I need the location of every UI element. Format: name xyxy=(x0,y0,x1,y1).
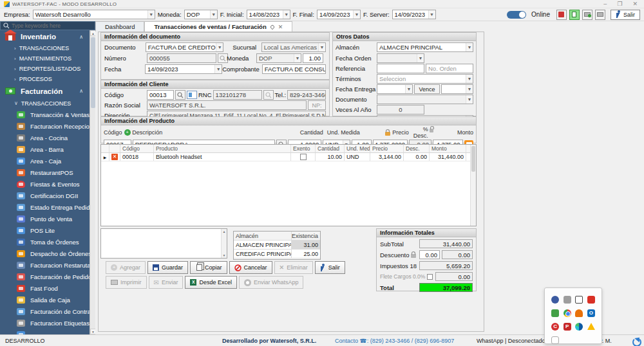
np-button[interactable]: NP: xyxy=(308,100,326,110)
scroll-thumb[interactable] xyxy=(471,146,475,172)
comprobante-combobox[interactable]: FACTURA DE CONSUMO▼ xyxy=(262,64,326,74)
salir-top-button[interactable]: Salir xyxy=(611,10,640,20)
documento-otros-combobox[interactable]: ▼ xyxy=(377,95,473,104)
flete-checkbox[interactable] xyxy=(427,274,433,280)
sidebar-item-area-barra[interactable]: Area - Barra xyxy=(0,143,90,155)
tray-drive-icon[interactable] xyxy=(587,323,595,330)
numero-field[interactable]: 000055 xyxy=(147,53,216,63)
tray-chrome-icon[interactable] xyxy=(564,309,571,317)
almacen-combobox[interactable]: ALMACEN PRINCIPAL▼ xyxy=(377,42,473,52)
sidebar-item-certificacion-dgii[interactable]: Certificacion DGII xyxy=(0,190,90,201)
eliminar-button[interactable]: ✕Eliminar xyxy=(274,261,313,274)
vence-picker[interactable]: ▼ xyxy=(441,84,473,94)
notes-scrollbar[interactable]: ▲▼ xyxy=(221,229,227,258)
online-toggle[interactable] xyxy=(507,11,526,19)
document-mode-button[interactable] xyxy=(569,10,580,20)
minimize-button[interactable]: – xyxy=(603,1,607,7)
sidebar-item-transaccion-ventas[interactable]: Transacción & Ventas xyxy=(0,109,90,120)
refresh-icon[interactable] xyxy=(632,338,641,346)
sidebar-item-area-cocina[interactable]: Area - Cocina xyxy=(0,132,90,143)
tray-edge-icon[interactable] xyxy=(575,323,583,331)
fecha-final-picker[interactable]: 14/09/2023▼ xyxy=(317,10,361,19)
sidebar-search[interactable] xyxy=(0,21,95,30)
calculator-button[interactable] xyxy=(556,10,567,20)
maximize-button[interactable]: ❐ xyxy=(617,1,622,7)
grid-scrollbar[interactable] xyxy=(470,145,476,226)
desde-excel-button[interactable]: XDesde Excel xyxy=(185,276,237,289)
cell-codigo[interactable]: 00018 xyxy=(120,153,154,161)
rnc-field[interactable]: 132101278 xyxy=(213,90,262,100)
print-preview-button[interactable] xyxy=(582,10,592,20)
col-precio[interactable]: Precio xyxy=(370,145,404,152)
tray-app-icon[interactable] xyxy=(551,296,559,304)
veces-field[interactable]: 0 xyxy=(377,105,424,114)
table-row[interactable]: CREDIFAC PRINCIPAL 25.00 xyxy=(234,250,320,259)
rnc-search-button[interactable] xyxy=(263,90,274,100)
delete-row-cell[interactable]: ✕ xyxy=(109,153,120,161)
exento-checkbox[interactable] xyxy=(300,154,307,160)
tray-p-icon[interactable]: P xyxy=(564,323,571,331)
col-desc[interactable]: Desc. xyxy=(404,145,430,152)
scroll-down-icon[interactable]: ▼ xyxy=(222,253,227,258)
cliente-search-button[interactable] xyxy=(175,90,185,100)
sidebar-item-restaurantpos[interactable]: RestaurantPOS xyxy=(0,167,90,178)
tray-clipboard-icon[interactable] xyxy=(551,336,559,344)
table-row[interactable]: ▶ ✕ 00018 Bluetooh Headset 10.00 UND 3,1… xyxy=(101,153,476,161)
sidebar-item-toma-ordenes[interactable]: Toma de Órdenes xyxy=(0,236,90,248)
print-button[interactable] xyxy=(595,10,605,20)
tray-key-icon[interactable] xyxy=(575,309,583,317)
pin-icon[interactable] xyxy=(269,24,274,29)
sidebar-item-fast-food[interactable]: Fast Food xyxy=(0,282,90,294)
sidebar-scrollbar[interactable]: ▲ ▼ xyxy=(90,30,95,334)
cell-desc[interactable]: 0.00 xyxy=(404,153,430,161)
sucursal-combobox[interactable]: Local Las Americas▼ xyxy=(261,42,326,52)
fecha-orden-picker[interactable]: ▼ xyxy=(377,53,424,63)
col-und-med[interactable]: Und. Med. xyxy=(345,145,370,152)
tray-video-icon[interactable] xyxy=(587,296,595,304)
tray-phone-icon[interactable] xyxy=(575,296,583,304)
scroll-down-icon[interactable]: ▼ xyxy=(90,329,95,334)
cell-producto[interactable]: Bluetooh Headset xyxy=(154,153,291,161)
delete-row-icon[interactable]: ✕ xyxy=(111,154,118,160)
sidebar-item-pos-lite[interactable]: POS Lite xyxy=(0,224,90,236)
fecha-server-picker[interactable]: 14/09/2023▼ xyxy=(392,10,436,19)
guardar-button[interactable]: Guardar xyxy=(147,261,188,274)
sidebar-item-salida-caja[interactable]: Salida de Caja xyxy=(0,294,90,305)
sidebar-item-punto-venta[interactable]: Punto de Venta xyxy=(0,213,90,224)
cell-precio[interactable]: 3,144.00 xyxy=(370,153,404,161)
close-button[interactable]: ✕ xyxy=(632,1,638,7)
sidebar-item-inv-mantenimientos[interactable]: ›MANTENIMIENTOS xyxy=(0,53,90,64)
documento-combobox[interactable]: FACTURA DE CREDITO▼ xyxy=(146,42,224,52)
sidebar-section-facturacion[interactable]: Facturación ∧ xyxy=(0,84,90,98)
sidebar-section-inventario[interactable]: Inventario ∧ xyxy=(0,30,90,43)
sidebar-item-inv-procesos[interactable]: ›PROCESOS xyxy=(0,74,90,84)
sidebar-item-fiestas-eventos[interactable]: Fiestas & Eventos xyxy=(0,178,90,190)
sidebar-item-facturacion-etiquetas[interactable]: Facturacion Etiquetas xyxy=(0,317,90,329)
terminos-combobox[interactable]: Seleccion▼ xyxy=(377,74,473,84)
imprimir-button[interactable]: Imprimir xyxy=(106,276,147,289)
enviar-whatsapp-button[interactable]: Enviar WhatsApp xyxy=(239,276,304,289)
moneda-combobox[interactable]: DOP▼ xyxy=(184,10,218,19)
tasa-field[interactable]: 1.00 xyxy=(303,53,323,63)
fecha-entrega-picker[interactable]: ▼ xyxy=(377,84,413,94)
col-exento[interactable]: Exento xyxy=(291,145,316,152)
col-codigo[interactable]: Código xyxy=(120,145,154,152)
col-cantidad[interactable]: Cantidad xyxy=(316,145,345,152)
search-input[interactable] xyxy=(12,23,82,29)
enviar-button[interactable]: ✉Enviar xyxy=(149,276,184,289)
sidebar-item-facturacion-pedidos[interactable]: Facturación de Pedidos xyxy=(0,271,90,282)
col-monto[interactable]: Monto xyxy=(430,145,466,152)
tray-outlook-icon[interactable]: O xyxy=(587,309,595,317)
cell-cantidad[interactable]: 10.00 xyxy=(316,153,345,161)
copiar-button[interactable]: Copiar xyxy=(190,261,227,274)
scroll-thumb[interactable] xyxy=(91,37,95,108)
tel-field[interactable]: 829-243-3466 xyxy=(287,90,326,100)
scroll-up-icon[interactable]: ▲ xyxy=(90,30,95,36)
descuento-pct-field[interactable]: 0.00 xyxy=(419,250,440,259)
fecha-picker[interactable]: 14/09/2023▼ xyxy=(145,64,222,74)
sidebar-item-inv-reportes[interactable]: ›REPORTES/LISTADOS xyxy=(0,64,90,74)
fecha-inicial-picker[interactable]: 14/08/2023▼ xyxy=(247,10,290,19)
col-producto[interactable]: Producto xyxy=(154,145,291,152)
sidebar-item-partial[interactable] xyxy=(0,329,90,334)
sidebar-item-inv-transacciones[interactable]: ›TRANSACCIONES xyxy=(0,43,90,53)
